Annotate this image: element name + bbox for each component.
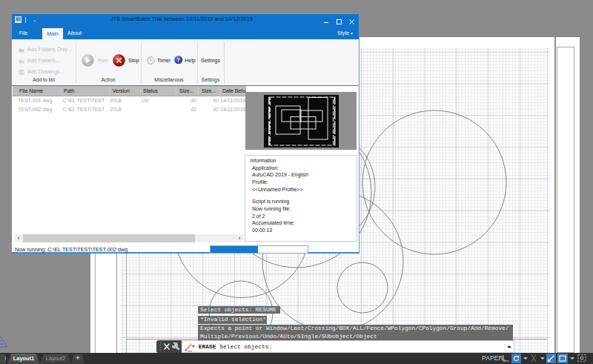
svg-text:?: ? (177, 57, 180, 64)
